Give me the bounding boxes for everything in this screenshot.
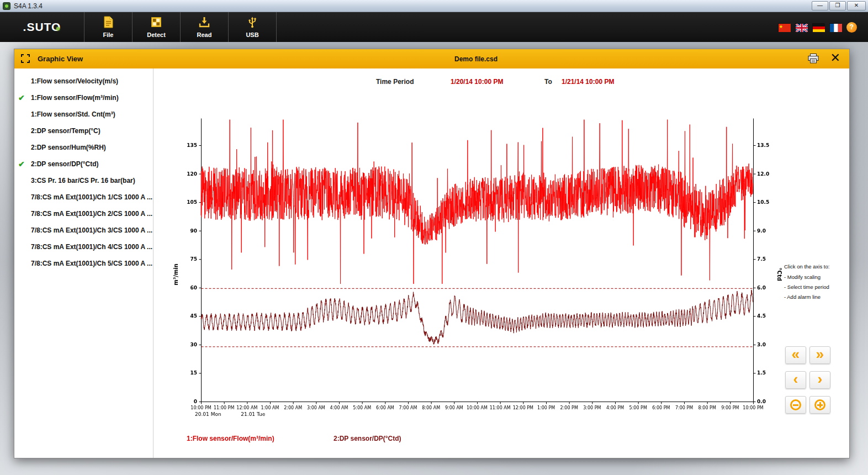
close-window-button[interactable]: ✕ — [847, 1, 866, 10]
channel-label: 7/8:CS mA Ext(1001)/Ch 2/CS 1000 A ... — [14, 210, 152, 218]
channel-item[interactable]: ✔1:Flow sensor/Flow(m³/min) — [14, 89, 153, 106]
fast-forward-button[interactable]: » — [809, 346, 830, 364]
detect-icon — [150, 16, 162, 30]
channel-label: 2:DP sensor/Hum(%RH) — [14, 144, 106, 151]
file-button-label: File — [103, 31, 114, 38]
channel-item[interactable]: 1:Flow sensor/Std. Cnt(m³) — [14, 106, 153, 123]
channel-item[interactable]: ✔2:DP sensor/DP(°Ctd) — [14, 156, 153, 172]
language-flag-china[interactable] — [778, 23, 790, 31]
read-icon — [198, 16, 210, 30]
channel-list: 1:Flow sensor/Velocity(m/s)✔1:Flow senso… — [14, 68, 154, 458]
channel-label: 2:DP sensor/Temp(°C) — [14, 127, 100, 135]
detect-button[interactable]: Detect — [133, 12, 180, 42]
channel-label: 1:Flow sensor/Velocity(m/s) — [14, 77, 118, 85]
back-icon: ‹ — [793, 372, 798, 386]
detect-button-label: Detect — [147, 31, 166, 38]
channel-item[interactable]: 1:Flow sensor/Velocity(m/s) — [14, 73, 153, 89]
expand-icon[interactable] — [21, 54, 30, 65]
zoom-in-icon — [814, 399, 825, 410]
channel-item[interactable]: 7/8:CS mA Ext(1001)/Ch 3/CS 1000 A ... — [14, 222, 153, 239]
open-file-name: Demo file.csd — [454, 55, 497, 63]
window-titlebar: S4A 1.3.4 — ❐ ✕ — [0, 0, 868, 12]
main-toolbar: .SUTO File Detect Read USB — [0, 12, 868, 42]
window-title: S4A 1.3.4 — [14, 2, 43, 10]
logo-accent-dot — [56, 27, 60, 30]
usb-button[interactable]: USB — [229, 12, 276, 42]
check-icon: ✔ — [18, 160, 28, 168]
chart-nav-controls: « » ‹ › — [785, 346, 830, 414]
read-button-label: Read — [197, 31, 212, 38]
language-flag-uk[interactable] — [795, 23, 807, 31]
channel-label: 7/8:CS mA Ext(1001)/Ch 3/CS 1000 A ... — [14, 226, 152, 234]
channel-item[interactable]: 3:CS Pr. 16 bar/CS Pr. 16 bar(bar) — [14, 172, 153, 189]
panel-title: Graphic View — [38, 55, 83, 63]
file-icon — [103, 16, 114, 30]
panel-header: Graphic View Demo file.csd ✕ — [14, 49, 849, 68]
legend-dp: 2:DP sensor/DP(°Ctd) — [334, 435, 401, 442]
channel-item[interactable]: 7/8:CS mA Ext(1001)/Ch 2/CS 1000 A ... — [14, 205, 153, 222]
axis-help-item: - Modify scaling — [784, 274, 850, 280]
channel-item[interactable]: 7/8:CS mA Ext(1001)/Ch 4/CS 1000 A ... — [14, 239, 153, 255]
channel-label: 3:CS Pr. 16 bar/CS Pr. 16 bar(bar) — [14, 177, 135, 184]
app-icon — [3, 2, 10, 10]
graphic-view-panel: Graphic View Demo file.csd ✕ 1:Flow sens… — [14, 49, 850, 458]
fast-back-button[interactable]: « — [785, 346, 806, 364]
axis-help-text: Click on the axis to: - Modify scaling -… — [784, 263, 850, 304]
channel-item[interactable]: 7/8:CS mA Ext(1001)/Ch 1/CS 1000 A ... — [14, 189, 153, 205]
print-icon[interactable] — [808, 54, 819, 66]
time-period-to[interactable]: 1/21/14 10:00 PM — [562, 78, 614, 86]
maximize-button[interactable]: ❐ — [829, 1, 846, 10]
channel-item[interactable]: 2:DP sensor/Temp(°C) — [14, 123, 153, 139]
check-icon: ✔ — [18, 93, 28, 102]
channel-label: 7/8:CS mA Ext(1001)/Ch 4/CS 1000 A ... — [14, 243, 152, 251]
zoom-out-button[interactable] — [785, 396, 806, 414]
language-flag-france[interactable] — [829, 23, 841, 31]
fast-back-icon: « — [792, 347, 800, 361]
fast-forward-icon: » — [816, 347, 824, 361]
toolbar-separator — [276, 12, 277, 42]
minimize-button[interactable]: — — [812, 1, 828, 10]
time-period-from[interactable]: 1/20/14 10:00 PM — [451, 78, 503, 86]
channel-label: 1:Flow sensor/Std. Cnt(m³) — [14, 110, 115, 118]
language-flag-germany[interactable] — [812, 23, 824, 31]
suto-logo: .SUTO — [0, 12, 84, 42]
panel-body: 1:Flow sensor/Velocity(m/s)✔1:Flow senso… — [14, 68, 849, 458]
back-button[interactable]: ‹ — [785, 371, 806, 389]
channel-label: 7/8:CS mA Ext(1001)/Ch 1/CS 1000 A ... — [14, 193, 152, 201]
axis-help-item: - Add alarm line — [784, 294, 850, 300]
channel-label: 1:Flow sensor/Flow(m³/min) — [14, 94, 119, 102]
file-button[interactable]: File — [84, 12, 132, 42]
usb-icon — [246, 16, 258, 30]
chart-canvas[interactable] — [154, 104, 783, 447]
help-button[interactable]: ? — [846, 22, 857, 33]
channel-item[interactable]: 7/8:CS mA Ext(1001)/Ch 5/CS 1000 A ... — [14, 255, 153, 272]
read-button[interactable]: Read — [181, 12, 228, 42]
forward-button[interactable]: › — [809, 371, 830, 389]
legend-flow: 1:Flow sensor/Flow(m³/min) — [187, 435, 274, 442]
usb-button-label: USB — [246, 31, 258, 38]
forward-icon: › — [818, 372, 823, 386]
axis-help-item: - Select time period — [784, 284, 850, 290]
axis-help-title: Click on the axis to: — [784, 263, 850, 270]
time-period-to-label: To — [544, 78, 552, 86]
time-period-label: Time Period — [376, 78, 414, 86]
channel-item[interactable]: 2:DP sensor/Hum(%RH) — [14, 139, 153, 156]
zoom-out-icon — [790, 399, 801, 410]
channel-label: 7/8:CS mA Ext(1001)/Ch 5/CS 1000 A ... — [14, 260, 152, 267]
zoom-in-button[interactable] — [809, 396, 830, 414]
logo-text: .SUTO — [23, 20, 61, 34]
close-panel-button[interactable]: ✕ — [830, 51, 840, 65]
